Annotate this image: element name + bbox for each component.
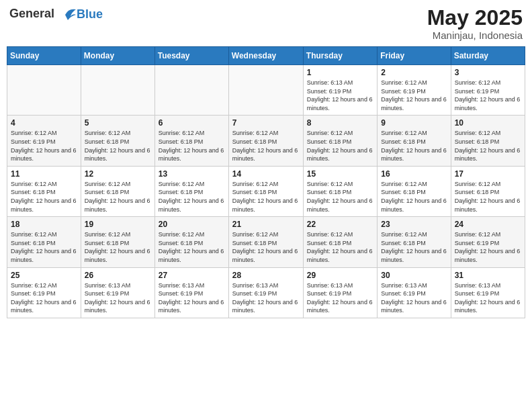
day-info: Sunrise: 6:12 AMSunset: 6:18 PMDaylight:… bbox=[159, 230, 225, 264]
calendar-cell: 21Sunrise: 6:12 AMSunset: 6:18 PMDayligh… bbox=[228, 217, 303, 267]
day-number: 27 bbox=[159, 271, 225, 280]
calendar-cell: 15Sunrise: 6:12 AMSunset: 6:18 PMDayligh… bbox=[303, 166, 377, 216]
calendar-week-3: 11Sunrise: 6:12 AMSunset: 6:18 PMDayligh… bbox=[7, 166, 525, 216]
calendar-cell: 10Sunrise: 6:12 AMSunset: 6:18 PMDayligh… bbox=[451, 116, 525, 166]
day-number: 8 bbox=[307, 118, 373, 128]
calendar-table: Sunday Monday Tuesday Wednesday Thursday… bbox=[7, 46, 525, 318]
calendar-cell: 17Sunrise: 6:12 AMSunset: 6:18 PMDayligh… bbox=[451, 166, 525, 216]
day-info: Sunrise: 6:12 AMSunset: 6:18 PMDaylight:… bbox=[455, 129, 521, 163]
calendar-cell: 13Sunrise: 6:12 AMSunset: 6:18 PMDayligh… bbox=[154, 166, 228, 216]
calendar-week-5: 25Sunrise: 6:12 AMSunset: 6:19 PMDayligh… bbox=[7, 267, 525, 318]
calendar-cell: 31Sunrise: 6:13 AMSunset: 6:19 PMDayligh… bbox=[451, 267, 525, 318]
calendar-cell: 24Sunrise: 6:12 AMSunset: 6:19 PMDayligh… bbox=[451, 217, 525, 267]
logo: General Blue bbox=[9, 7, 103, 21]
calendar-cell: 9Sunrise: 6:12 AMSunset: 6:18 PMDaylight… bbox=[378, 116, 451, 166]
day-number: 16 bbox=[381, 169, 447, 179]
day-info: Sunrise: 6:12 AMSunset: 6:18 PMDaylight:… bbox=[307, 180, 373, 214]
day-number: 20 bbox=[159, 220, 225, 229]
day-number: 21 bbox=[232, 220, 300, 229]
col-thursday: Thursday bbox=[303, 47, 377, 65]
location-subtitle: Maninjau, Indonesia bbox=[427, 30, 523, 41]
calendar-cell bbox=[7, 65, 81, 116]
calendar-cell bbox=[154, 65, 228, 116]
calendar-cell: 4Sunrise: 6:12 AMSunset: 6:19 PMDaylight… bbox=[7, 116, 81, 166]
day-info: Sunrise: 6:13 AMSunset: 6:19 PMDaylight:… bbox=[307, 281, 373, 315]
day-number: 30 bbox=[381, 271, 447, 280]
day-info: Sunrise: 6:12 AMSunset: 6:18 PMDaylight:… bbox=[11, 180, 77, 214]
day-info: Sunrise: 6:12 AMSunset: 6:19 PMDaylight:… bbox=[11, 281, 77, 315]
day-number: 2 bbox=[381, 68, 447, 77]
day-info: Sunrise: 6:12 AMSunset: 6:19 PMDaylight:… bbox=[11, 129, 77, 163]
day-number: 11 bbox=[11, 169, 77, 179]
col-sunday: Sunday bbox=[7, 47, 81, 65]
day-info: Sunrise: 6:12 AMSunset: 6:19 PMDaylight:… bbox=[455, 230, 521, 264]
day-number: 26 bbox=[85, 271, 151, 280]
day-number: 24 bbox=[455, 220, 521, 229]
calendar-cell: 11Sunrise: 6:12 AMSunset: 6:18 PMDayligh… bbox=[7, 166, 81, 216]
day-number: 1 bbox=[307, 68, 373, 77]
day-number: 10 bbox=[455, 118, 521, 128]
day-number: 9 bbox=[381, 118, 447, 128]
month-year-title: May 2025 bbox=[427, 7, 523, 28]
day-info: Sunrise: 6:13 AMSunset: 6:19 PMDaylight:… bbox=[455, 281, 521, 315]
day-number: 5 bbox=[85, 118, 151, 128]
day-info: Sunrise: 6:13 AMSunset: 6:19 PMDaylight:… bbox=[381, 281, 447, 315]
day-info: Sunrise: 6:12 AMSunset: 6:18 PMDaylight:… bbox=[381, 230, 447, 264]
day-info: Sunrise: 6:13 AMSunset: 6:19 PMDaylight:… bbox=[159, 281, 225, 315]
calendar-cell: 6Sunrise: 6:12 AMSunset: 6:18 PMDaylight… bbox=[154, 116, 228, 166]
header: General Blue May 2025 Maninjau, Indonesi… bbox=[7, 7, 525, 41]
day-info: Sunrise: 6:12 AMSunset: 6:18 PMDaylight:… bbox=[232, 230, 300, 264]
col-saturday: Saturday bbox=[451, 47, 525, 65]
calendar-cell: 23Sunrise: 6:12 AMSunset: 6:18 PMDayligh… bbox=[378, 217, 451, 267]
day-info: Sunrise: 6:12 AMSunset: 6:18 PMDaylight:… bbox=[11, 230, 77, 264]
day-number: 25 bbox=[11, 271, 77, 280]
day-info: Sunrise: 6:12 AMSunset: 6:18 PMDaylight:… bbox=[85, 230, 151, 264]
calendar-cell: 3Sunrise: 6:12 AMSunset: 6:19 PMDaylight… bbox=[451, 65, 525, 116]
col-friday: Friday bbox=[378, 47, 451, 65]
title-area: May 2025 Maninjau, Indonesia bbox=[427, 7, 523, 41]
day-number: 19 bbox=[85, 220, 151, 229]
calendar-cell: 5Sunrise: 6:12 AMSunset: 6:18 PMDaylight… bbox=[81, 116, 154, 166]
calendar-cell: 1Sunrise: 6:13 AMSunset: 6:19 PMDaylight… bbox=[303, 65, 377, 116]
day-number: 6 bbox=[159, 118, 225, 128]
day-number: 15 bbox=[307, 169, 373, 179]
day-number: 7 bbox=[232, 118, 300, 128]
calendar-cell: 25Sunrise: 6:12 AMSunset: 6:19 PMDayligh… bbox=[7, 267, 81, 318]
day-number: 31 bbox=[455, 271, 521, 280]
calendar-cell: 18Sunrise: 6:12 AMSunset: 6:18 PMDayligh… bbox=[7, 217, 81, 267]
calendar-cell: 22Sunrise: 6:12 AMSunset: 6:18 PMDayligh… bbox=[303, 217, 377, 267]
calendar-cell: 14Sunrise: 6:12 AMSunset: 6:18 PMDayligh… bbox=[228, 166, 303, 216]
logo-bird-icon bbox=[58, 7, 76, 21]
logo-general: General bbox=[9, 7, 54, 20]
day-info: Sunrise: 6:12 AMSunset: 6:18 PMDaylight:… bbox=[159, 129, 225, 163]
calendar-cell: 30Sunrise: 6:13 AMSunset: 6:19 PMDayligh… bbox=[378, 267, 451, 318]
logo-blue: Blue bbox=[77, 7, 103, 21]
calendar-cell: 12Sunrise: 6:12 AMSunset: 6:18 PMDayligh… bbox=[81, 166, 154, 216]
calendar-cell: 16Sunrise: 6:12 AMSunset: 6:18 PMDayligh… bbox=[378, 166, 451, 216]
day-number: 23 bbox=[381, 220, 447, 229]
day-info: Sunrise: 6:12 AMSunset: 6:19 PMDaylight:… bbox=[381, 79, 447, 112]
day-number: 28 bbox=[232, 271, 300, 280]
calendar-cell: 2Sunrise: 6:12 AMSunset: 6:19 PMDaylight… bbox=[378, 65, 451, 116]
calendar-cell: 29Sunrise: 6:13 AMSunset: 6:19 PMDayligh… bbox=[303, 267, 377, 318]
day-info: Sunrise: 6:12 AMSunset: 6:18 PMDaylight:… bbox=[85, 180, 151, 214]
day-info: Sunrise: 6:12 AMSunset: 6:18 PMDaylight:… bbox=[307, 129, 373, 163]
day-info: Sunrise: 6:12 AMSunset: 6:18 PMDaylight:… bbox=[381, 129, 447, 163]
calendar-cell: 19Sunrise: 6:12 AMSunset: 6:18 PMDayligh… bbox=[81, 217, 154, 267]
day-number: 14 bbox=[232, 169, 300, 179]
day-info: Sunrise: 6:12 AMSunset: 6:18 PMDaylight:… bbox=[307, 230, 373, 264]
day-info: Sunrise: 6:12 AMSunset: 6:18 PMDaylight:… bbox=[232, 129, 300, 163]
day-number: 22 bbox=[307, 220, 373, 229]
day-info: Sunrise: 6:13 AMSunset: 6:19 PMDaylight:… bbox=[232, 281, 300, 315]
day-number: 3 bbox=[455, 68, 521, 77]
calendar-header-row: Sunday Monday Tuesday Wednesday Thursday… bbox=[7, 47, 525, 65]
day-info: Sunrise: 6:13 AMSunset: 6:19 PMDaylight:… bbox=[85, 281, 151, 315]
calendar-cell bbox=[81, 65, 154, 116]
calendar-week-1: 1Sunrise: 6:13 AMSunset: 6:19 PMDaylight… bbox=[7, 65, 525, 116]
day-info: Sunrise: 6:12 AMSunset: 6:18 PMDaylight:… bbox=[455, 180, 521, 214]
calendar-week-2: 4Sunrise: 6:12 AMSunset: 6:19 PMDaylight… bbox=[7, 116, 525, 166]
day-number: 29 bbox=[307, 271, 373, 280]
col-wednesday: Wednesday bbox=[228, 47, 303, 65]
calendar-cell: 7Sunrise: 6:12 AMSunset: 6:18 PMDaylight… bbox=[228, 116, 303, 166]
day-number: 13 bbox=[159, 169, 225, 179]
